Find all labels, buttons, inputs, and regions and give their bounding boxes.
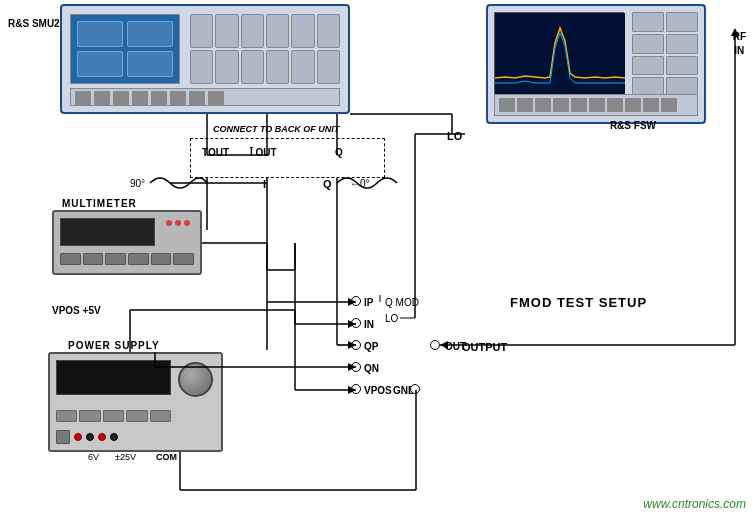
dashed-box <box>190 138 385 178</box>
q-label-top: Q <box>335 147 343 158</box>
smu-instrument <box>60 4 350 114</box>
vpos-label: VPOS <box>364 385 392 396</box>
ps-knob <box>178 362 213 397</box>
ps-bottom <box>56 430 215 444</box>
power-supply <box>48 352 223 452</box>
qn-label: QN <box>364 363 379 374</box>
qmod-label: Q MOD <box>385 297 419 308</box>
dashed-box-label: CONNECT TO BACK OF UNIT <box>213 124 339 134</box>
vpos-5v-label: VPOS +5V <box>52 305 101 316</box>
ps-label: POWER SUPPLY <box>68 340 160 351</box>
main-container: R&S SMU200A <box>0 0 756 519</box>
smu-bottom <box>70 88 340 106</box>
lo-top-label: LO <box>447 130 462 142</box>
phase-90-label: 90° <box>130 178 145 189</box>
lo-mod-label: LO <box>385 313 398 324</box>
in-terminal <box>351 318 361 328</box>
smu-controls <box>190 14 340 84</box>
smu-screen <box>70 14 180 84</box>
fsw-instrument <box>486 4 706 124</box>
ip-label: IP <box>364 297 373 308</box>
qp-label: QP <box>364 341 378 352</box>
q-label-mid: Q <box>323 178 332 190</box>
output-label: OUTPUT <box>462 341 507 353</box>
fsw-controls <box>632 12 698 97</box>
fmod-label: FMOD TEST SETUP <box>510 295 647 310</box>
rf-in-label: RFIN <box>733 30 746 58</box>
mm-buttons <box>60 253 194 265</box>
plus-minus-25v-label: ±25V <box>115 452 136 462</box>
qp-terminal <box>351 340 361 350</box>
mm-display <box>60 218 155 246</box>
fsw-screen <box>494 12 624 97</box>
vpos-terminal <box>351 384 361 394</box>
gnd-terminal <box>410 384 420 394</box>
i-out-label: Ī OUT <box>250 147 277 158</box>
qn-terminal <box>351 362 361 372</box>
tout-label: TOUT <box>202 147 229 158</box>
ps-display <box>56 360 171 395</box>
fsw-bottom <box>494 94 698 116</box>
fsw-label: R&S FSW <box>610 120 656 131</box>
svg-rect-0 <box>495 13 625 98</box>
multimeter <box>52 210 202 275</box>
in-label: IN <box>364 319 374 330</box>
6v-label: 6V <box>88 452 99 462</box>
i-label: I <box>263 178 266 190</box>
ip-terminal <box>351 296 361 306</box>
out-terminal <box>430 340 440 350</box>
multimeter-label: MULTIMETER <box>62 198 137 209</box>
watermark: www.cntronics.com <box>643 497 746 511</box>
ps-buttons <box>56 410 171 422</box>
com-label: COM <box>156 452 177 462</box>
phase-0-label: ←0° <box>350 178 370 189</box>
mm-dots <box>166 220 190 226</box>
